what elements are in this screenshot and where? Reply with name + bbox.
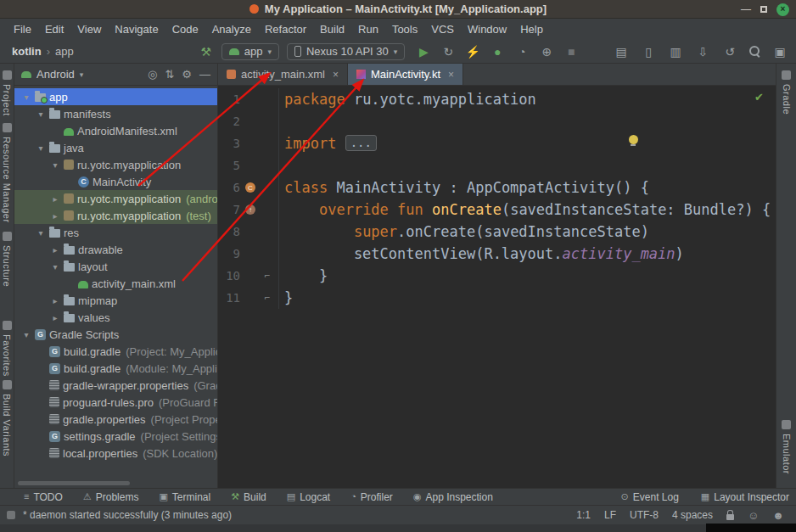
settings-gear-icon[interactable]: ⚙ <box>182 69 192 80</box>
layout-validation-icon[interactable]: ▤ <box>614 46 629 58</box>
run-config-combo[interactable]: app ▾ <box>221 43 279 60</box>
toolwindow-app-inspection[interactable]: ◉App Inspection <box>413 491 493 503</box>
line-number[interactable]: 3 <box>218 137 240 150</box>
line-number[interactable]: 11 <box>218 291 240 305</box>
gutter[interactable]: 8 <box>218 221 279 243</box>
tree-item-ru-yotc-myapplication[interactable]: ▾ru.yotc.myapplication <box>14 156 217 173</box>
toolwindow-button-gradle[interactable]: Gradle <box>776 70 796 115</box>
folded-imports-region[interactable]: ... <box>345 135 377 151</box>
line-number[interactable]: 9 <box>218 247 240 260</box>
chevron-collapsed-icon[interactable]: ▸ <box>50 194 60 204</box>
tree-item-build-gradle-module-my-application-app[interactable]: Gbuild.gradle (Module: My_Application.ap… <box>14 360 217 377</box>
menu-code[interactable]: Code <box>165 20 205 38</box>
tree-item-res[interactable]: ▾res <box>14 224 217 241</box>
horizontal-scrollbar[interactable] <box>18 481 130 485</box>
menu-file[interactable]: File <box>7 20 38 38</box>
code-line-10[interactable]: 10⌐ } <box>218 265 776 287</box>
class-gutter-icon[interactable]: C <box>240 182 261 193</box>
tree-item-gradle-properties-project-properties[interactable]: gradle.properties (Project Properties) <box>14 411 217 428</box>
toolwindow-button-structure[interactable]: Structure <box>0 232 14 287</box>
menu-run[interactable]: Run <box>351 20 385 38</box>
tree-item-local-properties-sdk-location[interactable]: local.properties (SDK Location) <box>14 445 217 462</box>
code-line-3[interactable]: 3import ... <box>218 132 776 154</box>
line-number[interactable]: 2 <box>218 115 240 128</box>
menu-analyze[interactable]: Analyze <box>205 20 258 38</box>
gutter[interactable]: 1 <box>218 88 279 110</box>
notifications-smiley-icon[interactable]: ☻ <box>772 510 784 521</box>
override-gutter-icon[interactable]: ↑ <box>240 204 261 215</box>
code-line-8[interactable]: 8 super.onCreate(savedInstanceState) <box>218 221 776 243</box>
toolwindow-toggle-icon[interactable] <box>7 511 15 519</box>
menu-edit[interactable]: Edit <box>38 20 70 38</box>
code-line-9[interactable]: 9 setContentView(R.layout.activity_main) <box>218 243 776 265</box>
toolwindow-layout-inspector[interactable]: ▦Layout Inspector <box>701 491 789 503</box>
chevron-expanded-icon[interactable]: ▾ <box>50 262 60 272</box>
menu-refactor[interactable]: Refactor <box>258 20 313 38</box>
project-view-selector[interactable]: Android <box>36 68 75 81</box>
code-line-6[interactable]: 6Cclass MainActivity : AppCompatActivity… <box>218 176 776 199</box>
collapse-all-icon[interactable]: ⇅ <box>165 69 174 80</box>
chevron-down-icon[interactable]: ▾ <box>80 70 84 79</box>
chevron-expanded-icon[interactable]: ▾ <box>21 92 31 102</box>
debug-icon[interactable]: ● <box>490 46 505 58</box>
gutter[interactable]: 7↑ <box>218 199 279 221</box>
code-area[interactable]: ✔ 1package ru.yotc.myapplication23import… <box>218 86 776 488</box>
make-project-icon[interactable]: ⚒ <box>199 46 214 58</box>
status-message[interactable]: * daemon started successfully (3 minutes… <box>23 509 232 521</box>
toolwindow-build[interactable]: ⚒Build <box>231 491 266 503</box>
indent-style[interactable]: 4 spaces <box>672 509 713 521</box>
line-number[interactable]: 7 <box>218 203 240 216</box>
toolwindow-button-resource-manager[interactable]: Resource Manager <box>0 123 14 223</box>
code-line-11[interactable]: 11⌐} <box>218 287 776 309</box>
toolwindow-terminal[interactable]: ▣Terminal <box>159 491 210 503</box>
tree-item-app[interactable]: ▾app <box>14 88 217 105</box>
gutter[interactable]: 6C <box>218 176 279 199</box>
chevron-collapsed-icon[interactable]: ▸ <box>50 313 60 322</box>
file-encoding[interactable]: UTF-8 <box>630 509 659 521</box>
attach-debugger-icon[interactable]: ⊕ <box>539 46 554 58</box>
code-line-5[interactable]: 5 <box>218 154 776 176</box>
fold-end-icon[interactable]: ⌐ <box>261 271 274 282</box>
gutter[interactable]: 10⌐ <box>218 265 279 287</box>
line-number[interactable]: 6 <box>218 181 240 194</box>
tree-item-java[interactable]: ▾java <box>14 139 217 156</box>
toolwindow-todo[interactable]: ≡TODO <box>24 491 63 503</box>
breadcrumb-module[interactable]: app <box>55 45 74 58</box>
menu-help[interactable]: Help <box>513 20 550 38</box>
menu-view[interactable]: View <box>70 20 108 38</box>
chevron-expanded-icon[interactable]: ▾ <box>36 228 46 238</box>
tab-mainactivity-kt[interactable]: MainActivity.kt× <box>348 64 463 85</box>
line-separator[interactable]: LF <box>604 509 616 521</box>
tree-item-build-gradle-project-my-application[interactable]: Gbuild.gradle (Project: My_Application) <box>14 343 217 360</box>
tree-item-values[interactable]: ▸values <box>14 309 217 326</box>
apply-changes-icon[interactable]: ↻ <box>440 46 456 58</box>
caret-position[interactable]: 1:1 <box>576 509 591 521</box>
line-number[interactable]: 10 <box>218 269 240 283</box>
tree-item-androidmanifest-xml[interactable]: AndroidManifest.xml <box>14 122 217 139</box>
menu-build[interactable]: Build <box>313 20 351 38</box>
code-line-2[interactable]: 2 <box>218 110 776 132</box>
tab-activity-main-xml[interactable]: activity_main.xml× <box>218 64 348 85</box>
chevron-expanded-icon[interactable]: ▾ <box>36 143 46 153</box>
line-number[interactable]: 1 <box>218 92 240 106</box>
locate-file-icon[interactable]: ◎ <box>148 69 157 80</box>
chevron-expanded-icon[interactable]: ▾ <box>36 109 46 119</box>
chevron-collapsed-icon[interactable]: ▸ <box>50 211 60 221</box>
device-manager-icon[interactable]: ▯ <box>641 46 656 58</box>
restore-button[interactable] <box>760 4 767 14</box>
chevron-collapsed-icon[interactable]: ▸ <box>50 245 60 255</box>
inspection-ok-icon[interactable]: ✔ <box>754 91 764 104</box>
tree-item-mainactivity[interactable]: CMainActivity <box>14 173 217 190</box>
readonly-lock-icon[interactable] <box>726 514 734 520</box>
toolwindow-button-project[interactable]: Project <box>0 70 14 116</box>
tree-item-ru-yotc-myapplication-androidtest[interactable]: ▸ru.yotc.myapplication (androidTest) <box>14 190 217 207</box>
close-tab-icon[interactable]: × <box>448 69 454 81</box>
gutter[interactable]: 5 <box>218 154 279 176</box>
gutter[interactable]: 3 <box>218 132 279 154</box>
menu-navigate[interactable]: Navigate <box>108 20 165 38</box>
tree-item-ru-yotc-myapplication-test[interactable]: ▸ru.yotc.myapplication (test) <box>14 207 217 224</box>
line-number[interactable]: 5 <box>218 159 240 172</box>
chevron-expanded-icon[interactable]: ▾ <box>21 330 31 339</box>
toolwindow-profiler[interactable]: ◔Profiler <box>350 491 393 503</box>
tree-item-manifests[interactable]: ▾manifests <box>14 105 217 122</box>
